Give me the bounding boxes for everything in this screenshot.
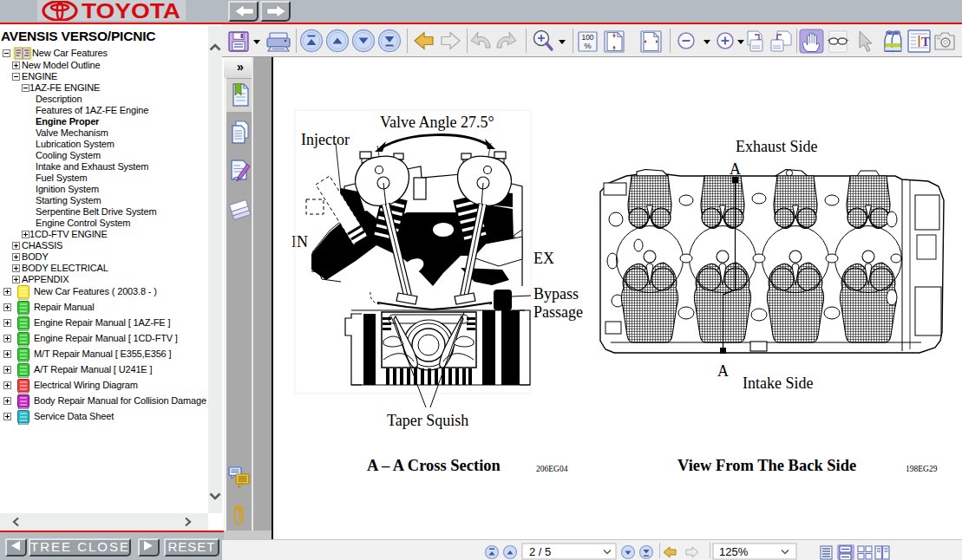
svg-text:125%: 125%	[719, 545, 749, 558]
svg-text:T: T	[921, 35, 930, 49]
svg-text:TOYOTA: TOYOTA	[82, 1, 180, 21]
svg-text:2 / 5: 2 / 5	[529, 545, 551, 558]
svg-text:%: %	[584, 41, 592, 50]
